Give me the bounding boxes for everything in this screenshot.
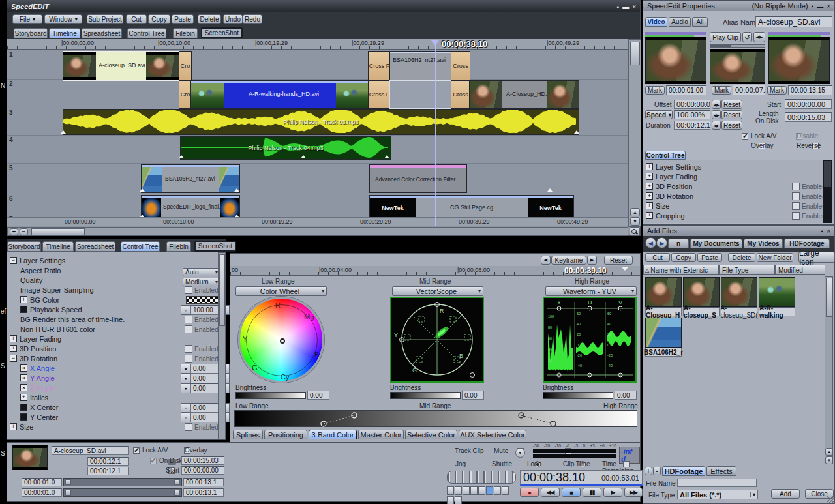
keyframe-prev-button[interactable]: ◀	[541, 256, 551, 265]
menu-paste[interactable]: Paste	[172, 14, 194, 24]
shuttle-strip[interactable]	[447, 486, 516, 496]
keyframe-checkbox[interactable]	[20, 404, 27, 411]
menu-file[interactable]: File	[12, 14, 42, 24]
keyframe-marker[interactable]	[547, 186, 553, 192]
duration-spinner[interactable]: ◀▶	[712, 121, 721, 130]
mark-in-field[interactable]: 00:00:01.00	[666, 85, 706, 95]
tab-spreadsheet[interactable]: Spreadsheet	[75, 241, 115, 252]
expand-icon[interactable]	[646, 183, 653, 190]
clip-progress-bar[interactable]	[710, 44, 765, 48]
scroll-up-icon[interactable]: ▲	[825, 448, 833, 456]
col-modified[interactable]: Modified	[775, 265, 825, 275]
tab-screenshot[interactable]: ScreenShot	[194, 241, 236, 252]
tab-storyboard[interactable]: Storyboard	[7, 241, 41, 252]
enabled-checkbox[interactable]	[792, 183, 800, 190]
clip-ar-walking[interactable]: A-R-walking-hands_HD.avi	[190, 80, 369, 109]
keyframe-checkbox[interactable]	[20, 413, 27, 421]
expand-icon[interactable]	[646, 163, 653, 170]
tree-label[interactable]: Y Angle	[30, 374, 55, 382]
nav-tab-my-videos[interactable]: My Videos	[744, 239, 783, 248]
tab-spreadsheet[interactable]: Spreadsheet	[82, 28, 122, 38]
pin-icon[interactable]: ▪	[812, 3, 814, 10]
transition-cross-fade[interactable]: Cross F	[368, 51, 391, 81]
collapse-icon[interactable]	[10, 257, 17, 264]
tab-aux-selective-color[interactable]: AUX Selective Color	[459, 430, 526, 439]
expand-icon[interactable]	[10, 335, 17, 342]
speed-field[interactable]: 100.00%	[674, 110, 710, 119]
keyframe-marker[interactable]	[140, 186, 145, 192]
tree-label[interactable]: Layer Fading	[656, 173, 697, 181]
trim-icon[interactable]: ◀▶	[753, 32, 765, 42]
transition-cross-fade[interactable]: Cro	[179, 80, 192, 109]
tree-label[interactable]: Quality	[20, 276, 42, 284]
tree-scrollbar[interactable]	[823, 160, 832, 223]
lock-av-checkbox[interactable]	[742, 133, 748, 140]
ruler-marker[interactable]	[622, 267, 628, 274]
expand-icon[interactable]	[20, 394, 27, 401]
file-name-input[interactable]	[677, 479, 757, 487]
tree-label[interactable]: Layer Settings	[656, 163, 701, 171]
tab-control-tree[interactable]: Control Tree	[127, 28, 166, 38]
menu-copy[interactable]: Copy	[148, 14, 170, 24]
keyframe-marker[interactable]	[234, 186, 239, 192]
col-name[interactable]: △ Name with Extensic	[643, 265, 719, 275]
transition-cross-fade[interactable]: Cross F	[368, 80, 391, 109]
minimize-icon[interactable]: ▬	[622, 3, 629, 10]
brightness-slider-high[interactable]	[543, 392, 613, 399]
duration-reset-button[interactable]: Reset	[721, 121, 742, 130]
tree-label[interactable]: Size	[656, 202, 669, 210]
resize-grip[interactable]	[827, 496, 834, 503]
enabled-checkbox[interactable]	[792, 212, 800, 220]
audio-trim-slider[interactable]	[63, 488, 182, 497]
remove-tab-button[interactable]: -	[653, 467, 661, 475]
tab-control-tree[interactable]: Control Tree	[645, 151, 686, 160]
bg-color-swatch[interactable]	[186, 296, 221, 304]
tree-label[interactable]: 3D Position	[656, 183, 692, 190]
tab-selective-color[interactable]: Selective Color	[405, 430, 457, 439]
jog-wheel[interactable]	[447, 471, 516, 484]
keyframe-marker[interactable]	[61, 128, 66, 134]
transition-cross[interactable]: Cross	[451, 51, 470, 81]
clip-duration-field[interactable]: 00:00:12.1	[87, 457, 129, 466]
play-clip-button[interactable]: Play Clip	[710, 32, 741, 42]
expand-icon[interactable]	[646, 212, 653, 219]
tree-label[interactable]: Image Super-Sampling	[20, 286, 94, 294]
out-frame-preview[interactable]	[768, 32, 830, 84]
speed-dropdown[interactable]: Speed	[645, 110, 673, 119]
back-icon[interactable]: ◀	[645, 237, 656, 248]
enabled-checkbox[interactable]	[185, 316, 192, 323]
scroll-up-icon[interactable]: ▲	[630, 208, 640, 216]
file-item[interactable]: A-closeup_S	[683, 277, 720, 315]
transition-cross-fade[interactable]: Cro	[179, 51, 192, 81]
clip-gray[interactable]	[389, 80, 452, 109]
speed-reset-button[interactable]: Reset	[721, 110, 742, 119]
current-frame-preview[interactable]	[710, 49, 765, 84]
add-files-titlebar[interactable]: Add Files ▪ ×	[643, 226, 834, 236]
tree-label[interactable]: Italics	[30, 394, 48, 402]
range-gradient-bar[interactable]	[234, 410, 637, 427]
x-angle-value[interactable]: 0.00	[190, 364, 220, 374]
ffwd-button[interactable]: ▶▶	[624, 488, 643, 497]
stop-button[interactable]: ■	[562, 488, 581, 497]
keyframe-prev-icon[interactable]	[181, 383, 190, 393]
keyframe-prev-icon[interactable]	[181, 305, 190, 315]
wheel-cursor[interactable]	[280, 338, 285, 344]
brightness-slider-mid[interactable]	[390, 392, 461, 399]
start-field[interactable]: 00:00:00.00	[785, 99, 832, 109]
vectorscope[interactable]: R Y G B	[390, 297, 484, 383]
tab-screenshot[interactable]: ScreenShot	[201, 27, 243, 38]
clip-duration2-field[interactable]: 00:00:12.1	[87, 467, 129, 475]
brightness-value-mid[interactable]: 0.00	[462, 391, 484, 400]
delete-button[interactable]: Delete	[728, 253, 755, 262]
tab-master-color[interactable]: Master Color	[358, 430, 404, 439]
keyframe-marker[interactable]	[301, 153, 306, 158]
file-item[interactable]: A-R-walking	[759, 277, 795, 315]
tab-filebin[interactable]: Filebin	[173, 28, 198, 38]
btab-hdfootage[interactable]: HDFootage	[662, 466, 705, 476]
tab-control-tree[interactable]: Control Tree	[121, 241, 160, 252]
collapse-icon[interactable]	[10, 355, 17, 362]
nav-tab-hdfootage[interactable]: HDFootage	[784, 239, 830, 248]
tree-label[interactable]: 3D Position	[20, 345, 56, 353]
h-scroll-thumb[interactable]	[31, 228, 85, 235]
h-scrollbar[interactable]: + −	[7, 227, 628, 236]
